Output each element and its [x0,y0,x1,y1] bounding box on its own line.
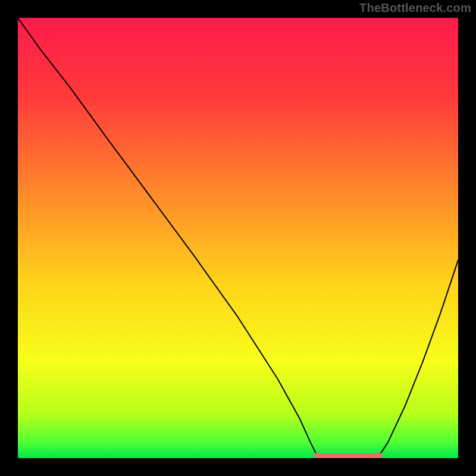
chart-frame: { "watermark": "TheBottleneck.com", "cha… [0,0,476,476]
plot-area [18,18,458,458]
watermark-text: TheBottleneck.com [359,1,471,15]
gradient-background [18,18,458,458]
bottleneck-chart [18,18,458,458]
